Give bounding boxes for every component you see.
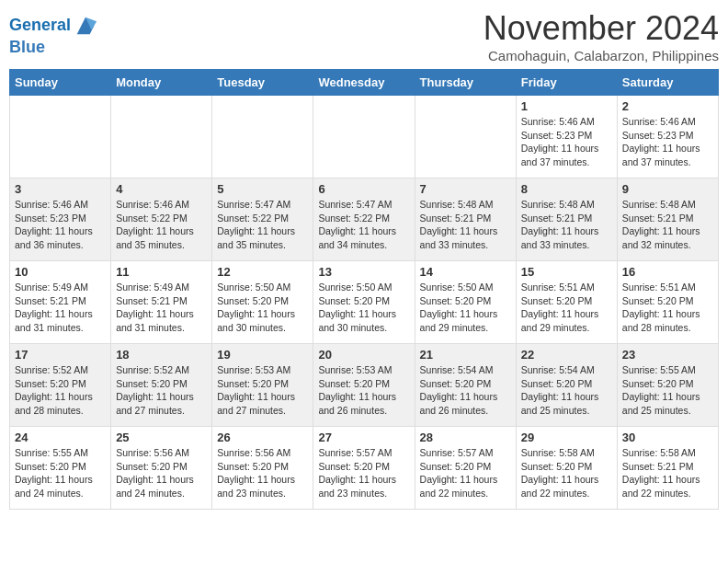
location-subtitle: Camohaguin, Calabarzon, Philippines <box>483 48 719 63</box>
calendar-header-tuesday: Tuesday <box>212 70 313 96</box>
day-number: 11 <box>116 265 207 279</box>
logo-text: General <box>9 17 71 35</box>
calendar-week-row: 1Sunrise: 5:46 AM Sunset: 5:23 PM Daylig… <box>10 96 719 178</box>
day-info: Sunrise: 5:53 AM Sunset: 5:20 PM Dayligh… <box>217 363 308 418</box>
calendar-cell: 11Sunrise: 5:49 AM Sunset: 5:21 PM Dayli… <box>111 261 212 344</box>
calendar-table: SundayMondayTuesdayWednesdayThursdayFrid… <box>9 69 719 510</box>
day-number: 20 <box>318 348 409 362</box>
day-info: Sunrise: 5:50 AM Sunset: 5:20 PM Dayligh… <box>318 281 409 335</box>
calendar-cell: 4Sunrise: 5:46 AM Sunset: 5:22 PM Daylig… <box>111 178 212 261</box>
day-info: Sunrise: 5:49 AM Sunset: 5:21 PM Dayligh… <box>15 281 106 335</box>
calendar-cell: 1Sunrise: 5:46 AM Sunset: 5:23 PM Daylig… <box>516 96 617 178</box>
day-info: Sunrise: 5:54 AM Sunset: 5:20 PM Dayligh… <box>420 363 511 418</box>
calendar-cell: 23Sunrise: 5:55 AM Sunset: 5:20 PM Dayli… <box>617 344 718 427</box>
day-number: 13 <box>318 265 409 279</box>
logo-text-blue: Blue <box>9 39 98 57</box>
calendar-cell: 27Sunrise: 5:57 AM Sunset: 5:20 PM Dayli… <box>313 427 415 510</box>
day-number: 16 <box>622 265 713 279</box>
day-number: 30 <box>622 431 713 444</box>
calendar-cell <box>111 96 212 178</box>
calendar-cell: 10Sunrise: 5:49 AM Sunset: 5:21 PM Dayli… <box>10 261 111 344</box>
day-number: 4 <box>116 182 207 196</box>
title-block: November 2024 Camohaguin, Calabarzon, Ph… <box>483 9 719 63</box>
day-info: Sunrise: 5:49 AM Sunset: 5:21 PM Dayligh… <box>116 281 207 335</box>
calendar-cell: 16Sunrise: 5:51 AM Sunset: 5:20 PM Dayli… <box>617 261 718 344</box>
calendar-cell: 14Sunrise: 5:50 AM Sunset: 5:20 PM Dayli… <box>415 261 516 344</box>
calendar-cell: 22Sunrise: 5:54 AM Sunset: 5:20 PM Dayli… <box>516 344 617 427</box>
calendar-cell: 19Sunrise: 5:53 AM Sunset: 5:20 PM Dayli… <box>212 344 313 427</box>
calendar-week-row: 17Sunrise: 5:52 AM Sunset: 5:20 PM Dayli… <box>10 344 719 427</box>
calendar-cell: 8Sunrise: 5:48 AM Sunset: 5:21 PM Daylig… <box>516 178 617 261</box>
day-info: Sunrise: 5:50 AM Sunset: 5:20 PM Dayligh… <box>217 281 308 335</box>
day-number: 28 <box>420 431 511 444</box>
calendar-cell <box>10 96 111 178</box>
day-number: 12 <box>217 265 308 279</box>
day-info: Sunrise: 5:55 AM Sunset: 5:20 PM Dayligh… <box>15 446 106 500</box>
day-info: Sunrise: 5:51 AM Sunset: 5:20 PM Dayligh… <box>521 281 612 335</box>
calendar-cell: 28Sunrise: 5:57 AM Sunset: 5:20 PM Dayli… <box>415 427 516 510</box>
page-header: General Blue November 2024 Camohaguin, C… <box>9 9 719 63</box>
day-number: 24 <box>15 431 106 444</box>
day-number: 1 <box>521 99 612 113</box>
calendar-cell <box>212 96 313 178</box>
calendar-cell: 21Sunrise: 5:54 AM Sunset: 5:20 PM Dayli… <box>415 344 516 427</box>
day-info: Sunrise: 5:46 AM Sunset: 5:23 PM Dayligh… <box>521 115 612 169</box>
day-number: 26 <box>217 431 308 444</box>
day-info: Sunrise: 5:58 AM Sunset: 5:20 PM Dayligh… <box>521 446 612 500</box>
calendar-cell <box>313 96 415 178</box>
day-number: 15 <box>521 265 612 279</box>
day-info: Sunrise: 5:46 AM Sunset: 5:22 PM Dayligh… <box>116 198 207 252</box>
day-number: 10 <box>15 265 106 279</box>
day-info: Sunrise: 5:46 AM Sunset: 5:23 PM Dayligh… <box>15 198 106 252</box>
day-info: Sunrise: 5:56 AM Sunset: 5:20 PM Dayligh… <box>217 446 308 500</box>
calendar-header-monday: Monday <box>111 70 212 96</box>
day-number: 21 <box>420 348 511 362</box>
day-number: 19 <box>217 348 308 362</box>
day-number: 7 <box>420 182 511 196</box>
calendar-week-row: 24Sunrise: 5:55 AM Sunset: 5:20 PM Dayli… <box>10 427 719 510</box>
day-number: 5 <box>217 182 308 196</box>
calendar-cell: 15Sunrise: 5:51 AM Sunset: 5:20 PM Dayli… <box>516 261 617 344</box>
day-number: 2 <box>622 99 713 113</box>
calendar-header-sunday: Sunday <box>10 70 111 96</box>
calendar-cell: 29Sunrise: 5:58 AM Sunset: 5:20 PM Dayli… <box>516 427 617 510</box>
day-info: Sunrise: 5:47 AM Sunset: 5:22 PM Dayligh… <box>217 198 308 252</box>
calendar-header-row: SundayMondayTuesdayWednesdayThursdayFrid… <box>10 70 719 96</box>
day-number: 22 <box>521 348 612 362</box>
calendar-cell: 26Sunrise: 5:56 AM Sunset: 5:20 PM Dayli… <box>212 427 313 510</box>
calendar-cell: 9Sunrise: 5:48 AM Sunset: 5:21 PM Daylig… <box>617 178 718 261</box>
calendar-cell: 7Sunrise: 5:48 AM Sunset: 5:21 PM Daylig… <box>415 178 516 261</box>
day-info: Sunrise: 5:52 AM Sunset: 5:20 PM Dayligh… <box>116 363 207 418</box>
day-info: Sunrise: 5:47 AM Sunset: 5:22 PM Dayligh… <box>318 198 409 252</box>
day-info: Sunrise: 5:51 AM Sunset: 5:20 PM Dayligh… <box>622 281 713 335</box>
calendar-cell: 2Sunrise: 5:46 AM Sunset: 5:23 PM Daylig… <box>617 96 718 178</box>
day-info: Sunrise: 5:58 AM Sunset: 5:21 PM Dayligh… <box>622 446 713 500</box>
calendar-header-thursday: Thursday <box>415 70 516 96</box>
calendar-cell: 18Sunrise: 5:52 AM Sunset: 5:20 PM Dayli… <box>111 344 212 427</box>
calendar-cell: 6Sunrise: 5:47 AM Sunset: 5:22 PM Daylig… <box>313 178 415 261</box>
day-info: Sunrise: 5:53 AM Sunset: 5:20 PM Dayligh… <box>318 363 409 418</box>
day-info: Sunrise: 5:57 AM Sunset: 5:20 PM Dayligh… <box>420 446 511 500</box>
day-number: 18 <box>116 348 207 362</box>
day-info: Sunrise: 5:48 AM Sunset: 5:21 PM Dayligh… <box>622 198 713 252</box>
day-number: 3 <box>15 182 106 196</box>
calendar-cell: 24Sunrise: 5:55 AM Sunset: 5:20 PM Dayli… <box>10 427 111 510</box>
calendar-cell: 20Sunrise: 5:53 AM Sunset: 5:20 PM Dayli… <box>313 344 415 427</box>
calendar-header-wednesday: Wednesday <box>313 70 415 96</box>
calendar-cell <box>415 96 516 178</box>
day-number: 6 <box>318 182 409 196</box>
day-info: Sunrise: 5:46 AM Sunset: 5:23 PM Dayligh… <box>622 115 713 169</box>
calendar-cell: 5Sunrise: 5:47 AM Sunset: 5:22 PM Daylig… <box>212 178 313 261</box>
day-info: Sunrise: 5:52 AM Sunset: 5:20 PM Dayligh… <box>15 363 106 418</box>
calendar-cell: 17Sunrise: 5:52 AM Sunset: 5:20 PM Dayli… <box>10 344 111 427</box>
day-number: 29 <box>521 431 612 444</box>
calendar-cell: 30Sunrise: 5:58 AM Sunset: 5:21 PM Dayli… <box>617 427 718 510</box>
logo-icon <box>73 13 98 39</box>
logo: General Blue <box>9 13 98 57</box>
day-info: Sunrise: 5:50 AM Sunset: 5:20 PM Dayligh… <box>420 281 511 335</box>
day-number: 8 <box>521 182 612 196</box>
day-number: 23 <box>622 348 713 362</box>
day-info: Sunrise: 5:56 AM Sunset: 5:20 PM Dayligh… <box>116 446 207 500</box>
calendar-cell: 12Sunrise: 5:50 AM Sunset: 5:20 PM Dayli… <box>212 261 313 344</box>
day-number: 27 <box>318 431 409 444</box>
